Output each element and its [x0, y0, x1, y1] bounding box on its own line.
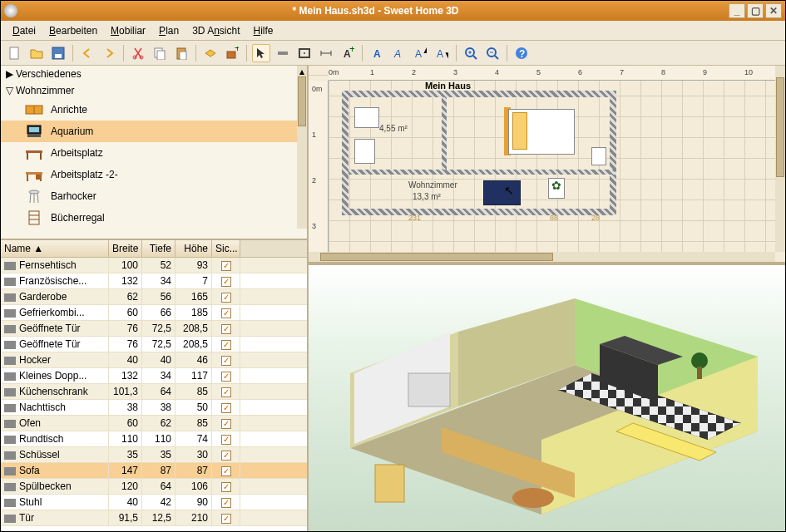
plan-scrollbar-h[interactable] [309, 252, 775, 262]
text-decrease-button[interactable]: A▼ [433, 44, 451, 62]
cursor-icon: ↖ [504, 184, 514, 197]
menu-bearbeiten[interactable]: Bearbeiten [44, 23, 102, 38]
add-furniture-button[interactable] [201, 44, 220, 62]
catalog-item-desk[interactable]: Arbeitsplatz [1, 142, 307, 164]
picture-furniture[interactable] [591, 147, 606, 165]
furniture-row[interactable]: Hocker404046✓ [1, 352, 307, 368]
category-wohnzimmer[interactable]: ▽Wohnzimmer [1, 82, 307, 99]
zoom-in-button[interactable] [462, 44, 480, 62]
floorplan[interactable]: Mein Haus 224 332 200 4,55 m² Wohnzimmer… [342, 91, 716, 249]
menu-3d-ansicht[interactable]: 3D Ansicht [187, 23, 245, 38]
furniture-row[interactable]: Schüssel353530✓ [1, 447, 307, 463]
create-dimension-button[interactable] [317, 44, 335, 62]
plan-2d-view[interactable]: 0m12345678910 0m123 Mein Haus 224 332 20… [309, 66, 785, 265]
text-bold-button[interactable]: A [368, 44, 386, 62]
catalog-item-stool[interactable]: Barhocker [1, 185, 307, 207]
furniture-row[interactable]: Stuhl404290✓ [1, 495, 307, 510]
svg-rect-6 [157, 51, 165, 60]
svg-line-39 [30, 193, 31, 203]
col-name[interactable]: Name ▲ [1, 240, 109, 257]
furniture-list[interactable]: Name ▲ Breite Tiefe Höhe Sic... Fernseht… [1, 240, 307, 532]
maximize-button[interactable]: ▢ [747, 3, 764, 18]
svg-rect-33 [40, 153, 42, 160]
category-verschiedenes[interactable]: ▶Verschiedenes [1, 66, 307, 82]
furniture-row[interactable]: Küchenschrank101,36485✓ [1, 384, 307, 400]
furniture-oven[interactable] [354, 139, 375, 164]
new-file-button[interactable] [6, 44, 24, 62]
catalog-scrollbar[interactable]: ▴ [297, 66, 307, 229]
minimize-button[interactable]: _ [729, 3, 745, 18]
svg-text:?: ? [519, 48, 525, 60]
inner-wall-2[interactable] [349, 170, 615, 175]
outer-wall[interactable] [342, 91, 616, 215]
col-sichtbar[interactable]: Sic... [212, 240, 240, 257]
catalog-item-aquarium[interactable]: Aquarium [1, 121, 307, 142]
furniture-row[interactable]: Spülbecken12064106✓ [1, 479, 307, 495]
catalog-item-sideboard[interactable]: Anrichte [1, 99, 307, 121]
svg-rect-60 [408, 373, 450, 406]
furniture-row[interactable]: Nachttisch383850✓ [1, 400, 307, 416]
svg-point-62 [512, 488, 554, 508]
svg-rect-11 [278, 52, 288, 55]
import-furniture-button[interactable]: + [223, 44, 241, 62]
furniture-wardrobe[interactable] [354, 107, 379, 128]
furniture-row[interactable]: Geöffnete Tür7672,5208,5✓ [1, 321, 307, 337]
furniture-row[interactable]: Gefrierkombi...6066185✓ [1, 305, 307, 321]
menu-mobiliar[interactable]: Mobiliar [106, 23, 151, 38]
svg-text:▲: ▲ [422, 47, 427, 56]
col-breite[interactable]: Breite [109, 240, 142, 257]
select-tool-button[interactable] [252, 44, 270, 62]
undo-button[interactable] [78, 44, 96, 62]
paste-button[interactable] [172, 44, 190, 62]
svg-rect-30 [27, 134, 41, 137]
catalog-item-shelf[interactable]: Bücherregal [1, 207, 307, 229]
create-room-button[interactable] [295, 44, 314, 62]
catalog-item-desk2[interactable]: Arbeitsplatz -2- [1, 164, 307, 185]
close-button[interactable]: ✕ [765, 3, 782, 18]
create-text-button[interactable]: A+ [339, 44, 357, 62]
svg-rect-65 [375, 465, 404, 502]
cut-button[interactable] [129, 44, 147, 62]
text-increase-button[interactable]: A▲ [411, 44, 429, 62]
svg-rect-2 [55, 54, 62, 58]
col-tiefe[interactable]: Tiefe [142, 240, 175, 257]
view-3d[interactable] [309, 265, 785, 532]
furniture-row[interactable]: Rundtisch11011074✓ [1, 431, 307, 447]
save-file-button[interactable] [49, 44, 67, 62]
furniture-row[interactable]: Tür91,512,5210✓ [1, 510, 307, 526]
window-titlebar: * Mein Haus.sh3d - Sweet Home 3D _ ▢ ✕ [1, 1, 785, 21]
copy-button[interactable] [151, 44, 169, 62]
menu-datei[interactable]: Datei [7, 23, 41, 38]
furniture-row[interactable]: Garderobe6256165✓ [1, 289, 307, 305]
menu-hilfe[interactable]: Hilfe [249, 23, 279, 38]
room-area-1: 4,55 m² [379, 124, 408, 133]
redo-button[interactable] [100, 44, 118, 62]
inner-wall-1[interactable] [442, 97, 447, 172]
furniture-catalog[interactable]: ▶Verschiedenes ▽Wohnzimmer AnrichteAquar… [1, 66, 307, 240]
menu-bar: Datei Bearbeiten Mobiliar Plan 3D Ansich… [1, 21, 785, 41]
text-italic-button[interactable]: A [389, 44, 408, 62]
furniture-row[interactable]: Fernsehtisch1005293✓ [1, 258, 307, 273]
furniture-row[interactable]: Ofen606285✓ [1, 416, 307, 431]
furniture-row[interactable]: Geöffnete Tür7672,5208,5✓ [1, 337, 307, 352]
col-hoehe[interactable]: Höhe [175, 240, 212, 257]
furniture-row[interactable]: Kleines Dopp...13234117✓ [1, 368, 307, 384]
create-wall-button[interactable] [274, 44, 292, 62]
plan-scrollbar-v[interactable] [775, 66, 785, 252]
window-title: * Mein Haus.sh3d - Sweet Home 3D [22, 5, 729, 17]
svg-text:A: A [393, 48, 401, 60]
svg-text:A: A [373, 48, 381, 60]
stool-icon [24, 188, 44, 204]
furniture-row[interactable]: Französische...132347✓ [1, 273, 307, 289]
open-file-button[interactable] [27, 44, 46, 62]
svg-text:+: + [349, 47, 354, 55]
menu-plan[interactable]: Plan [154, 23, 184, 38]
room-label-wohnzimmer: Wohnzimmer [408, 180, 457, 190]
furniture-row[interactable]: Sofa1478787✓ [1, 463, 307, 479]
sofa-furniture[interactable] [483, 180, 521, 205]
desk-icon [24, 145, 44, 161]
plant-furniture[interactable]: ✿ [548, 178, 565, 199]
help-button[interactable]: ? [512, 44, 531, 62]
zoom-out-button[interactable] [483, 44, 502, 62]
desk2-icon [24, 166, 44, 183]
